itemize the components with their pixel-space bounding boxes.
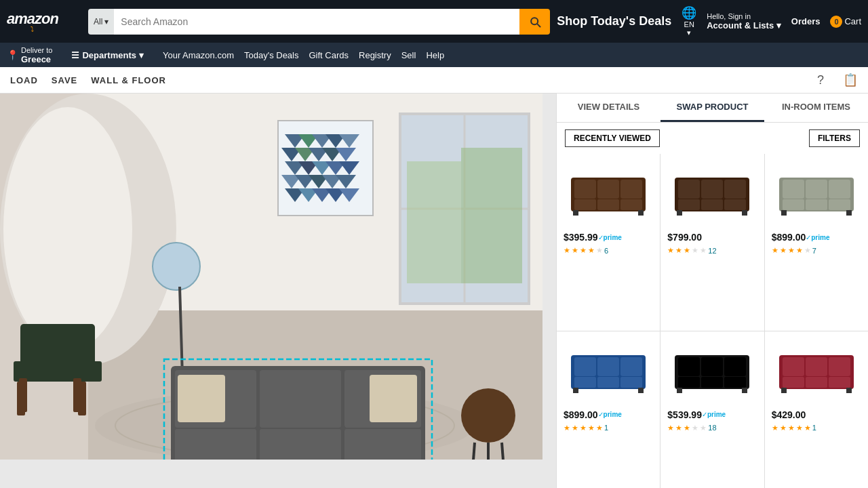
svg-rect-121 (846, 388, 852, 393)
wall-floor-button[interactable]: WALL & FLOOR (91, 75, 166, 85)
orders-link[interactable]: Orders (791, 16, 821, 26)
departments-label: Departments (82, 50, 136, 60)
star-filled: ★ (572, 246, 578, 255)
svg-rect-106 (701, 357, 723, 376)
svg-rect-63 (344, 429, 421, 460)
star-empty: ★ (692, 424, 698, 432)
price-row: $799.00 (667, 232, 757, 243)
star-filled: ★ (580, 424, 587, 432)
svg-rect-69 (574, 180, 596, 199)
star-empty: ★ (700, 246, 707, 255)
star-rating: ★★★★★ 1 (564, 424, 653, 432)
svg-rect-70 (597, 180, 619, 199)
product-card[interactable]: $395.99 ✓prime ★★★★★ 6 (557, 154, 660, 331)
chevron-down-icon: ▾ (139, 50, 144, 60)
product-card[interactable]: $429.00 ★★★★★ 1 (765, 331, 868, 489)
svg-rect-65 (370, 375, 417, 422)
search-input[interactable] (114, 9, 519, 35)
svg-rect-115 (806, 357, 827, 376)
svg-rect-85 (742, 210, 747, 216)
nav-link-gift-cards[interactable]: Gift Cards (309, 50, 349, 60)
shop-deals-label[interactable]: Shop Today's Deals (557, 14, 671, 28)
price-row: $899.00 ✓prime (772, 232, 861, 243)
star-filled: ★ (667, 246, 674, 255)
nav-link-help[interactable]: Help (426, 50, 444, 60)
star-filled: ★ (564, 246, 570, 255)
star-empty: ★ (692, 246, 698, 255)
star-filled: ★ (675, 246, 682, 255)
svg-rect-120 (781, 388, 787, 393)
language-selector[interactable]: 🌐 EN▾ (682, 5, 696, 37)
svg-rect-101 (620, 377, 642, 388)
subheader: 📍 Deliver to Greece ☰ Departments ▾ Your… (0, 43, 868, 67)
star-filled: ★ (780, 424, 787, 432)
nav-link-sell[interactable]: Sell (401, 50, 416, 60)
product-card[interactable]: $539.99 ✓prime ★★★★★ 18 (660, 331, 764, 489)
star-filled: ★ (588, 424, 595, 432)
svg-rect-64 (178, 375, 225, 422)
svg-rect-108 (678, 377, 700, 388)
deliver-to[interactable]: 📍 Deliver to Greece (7, 46, 52, 64)
filters-button[interactable]: FILTERS (809, 129, 860, 147)
star-half: ★ (588, 246, 595, 255)
help-icon[interactable]: ? (817, 73, 824, 87)
tab-swap-product[interactable]: SWAP PRODUCT (660, 94, 764, 122)
cart-count-badge: 0 (830, 16, 842, 28)
star-filled: ★ (684, 424, 690, 432)
product-price: $899.00 (564, 409, 598, 420)
globe-icon: 🌐 (682, 5, 696, 20)
product-card[interactable]: $899.00 ✓prime ★★★★★ 7 (765, 154, 868, 331)
product-price: $799.00 (667, 232, 702, 243)
room-toolbar: LOAD SAVE WALL & FLOOR ? 📋 (0, 67, 868, 94)
star-filled: ★ (780, 246, 787, 255)
review-count: 18 (708, 424, 716, 432)
product-card[interactable]: $799.00 ★★★★★ 12 (660, 154, 764, 331)
room-visualizer[interactable] (0, 94, 556, 488)
account-menu[interactable]: Hello, Sign in Account & Lists ▾ (707, 12, 781, 30)
nav-link-your-amazon[interactable]: Your Amazon.com (163, 50, 234, 60)
review-count: 12 (708, 247, 716, 255)
star-half: ★ (796, 246, 803, 255)
product-card[interactable]: $899.00 ✓prime ★★★★★ 1 (557, 331, 660, 489)
svg-rect-75 (573, 210, 578, 216)
search-icon (528, 15, 542, 28)
svg-rect-82 (701, 199, 723, 210)
location-pin-icon: 📍 (7, 49, 18, 60)
notes-icon[interactable]: 📋 (843, 73, 858, 87)
search-category-dropdown[interactable]: All ▾ (88, 9, 114, 35)
search-button[interactable] (519, 9, 550, 35)
star-rating: ★★★★★ 7 (772, 246, 861, 255)
svg-rect-116 (829, 357, 850, 376)
save-button[interactable]: SAVE (52, 75, 77, 85)
svg-rect-62 (260, 429, 341, 460)
svg-rect-88 (806, 180, 827, 199)
svg-rect-87 (783, 180, 804, 199)
recently-viewed-button[interactable]: RECENTLY VIEWED (565, 129, 660, 147)
load-button[interactable]: LOAD (10, 75, 38, 85)
review-count: 1 (604, 424, 608, 432)
svg-rect-109 (701, 377, 723, 388)
departments-button[interactable]: ☰ Departments ▾ (66, 47, 149, 64)
svg-rect-81 (678, 199, 700, 210)
product-image (667, 338, 757, 406)
product-price: $429.00 (772, 409, 806, 420)
nav-link-todays-deals[interactable]: Today's Deals (244, 50, 299, 60)
tab-in-room-items[interactable]: IN-ROOM ITEMS (764, 94, 868, 122)
tab-view-details[interactable]: VIEW DETAILS (557, 94, 660, 122)
svg-rect-107 (724, 357, 746, 376)
cart-area[interactable]: 0 Cart (830, 16, 861, 28)
right-panel: VIEW DETAILS SWAP PRODUCT IN-ROOM ITEMS … (556, 94, 868, 488)
price-row: $395.99 ✓prime (564, 232, 653, 243)
search-bar: All ▾ (88, 9, 550, 35)
star-filled: ★ (772, 424, 778, 432)
logo[interactable]: amazon ⤵︎ (7, 10, 81, 33)
panel-toolbar: RECENTLY VIEWED FILTERS (557, 123, 868, 154)
svg-rect-103 (638, 388, 644, 393)
review-count: 7 (812, 247, 816, 255)
nav-link-registry[interactable]: Registry (359, 50, 391, 60)
svg-rect-102 (573, 388, 578, 393)
deliver-location: Greece (21, 54, 52, 64)
products-grid: $395.99 ✓prime ★★★★★ 6 $799.00 (557, 154, 868, 488)
svg-point-38 (153, 243, 200, 290)
star-rating: ★★★★★ 6 (564, 246, 653, 255)
